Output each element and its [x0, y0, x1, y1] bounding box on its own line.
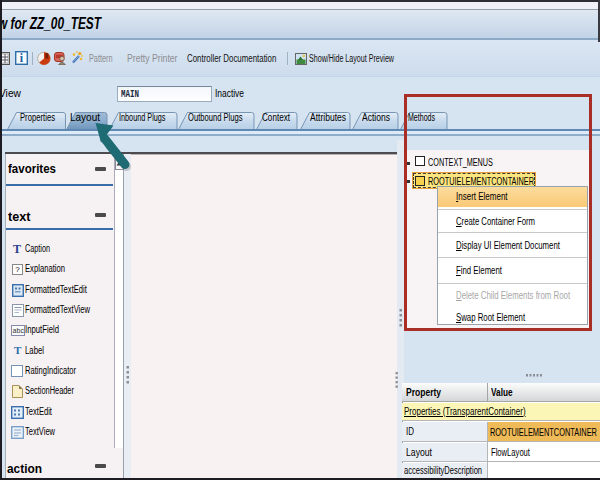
svg-text:abc: abc	[13, 327, 25, 334]
